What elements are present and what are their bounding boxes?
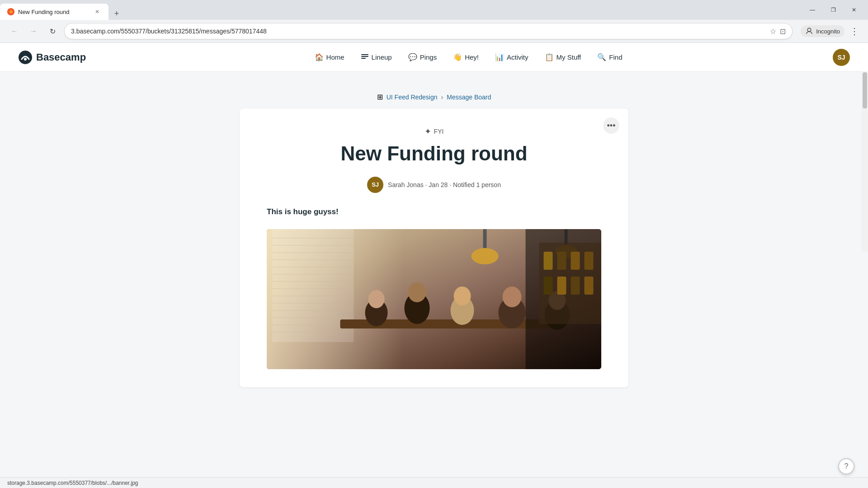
activity-icon: 📊 (495, 53, 504, 61)
bookmark-icon[interactable]: ☆ (770, 27, 776, 36)
nav-find-label: Find (609, 53, 622, 61)
back-button[interactable]: ← (7, 24, 22, 38)
tab-close-button[interactable]: ✕ (93, 8, 101, 16)
status-bar: storage.3.basecamp.com/5550377/blobs/...… (0, 477, 868, 488)
home-icon: 🏠 (315, 53, 324, 61)
fyi-icon: ✦ (425, 127, 431, 136)
nav-home-label: Home (326, 53, 344, 61)
tab-title: New Funding round (18, 9, 90, 15)
project-grid-icon: ⊞ (377, 93, 383, 101)
message-body: This is huge guyss! (267, 207, 601, 216)
svg-point-29 (368, 290, 385, 308)
scrollbar-thumb[interactable] (863, 72, 867, 108)
basecamp-logo-icon (18, 50, 33, 65)
nav-hey-label: Hey! (465, 53, 479, 61)
svg-point-2 (24, 58, 27, 61)
notification-text: Notified 1 person (453, 181, 501, 188)
app-navigation: Basecamp 🏠 Home Lineup 💬 Pings 👋 Hey! 📊 … (0, 43, 868, 72)
nav-home[interactable]: 🏠 Home (307, 49, 352, 65)
basecamp-logo-text: Basecamp (36, 52, 86, 63)
breadcrumb-separator: › (441, 94, 443, 101)
message-type-badge: ✦ FYI (267, 127, 601, 136)
basecamp-logo[interactable]: Basecamp (18, 50, 86, 65)
mystuff-icon: 📋 (545, 53, 554, 61)
svg-rect-47 (585, 277, 594, 295)
svg-rect-46 (571, 277, 580, 295)
status-url: storage.3.basecamp.com/5550377/blobs/...… (7, 480, 138, 486)
nav-lineup[interactable]: Lineup (354, 49, 399, 66)
svg-rect-4 (361, 56, 368, 57)
more-dots-icon: ••• (607, 121, 616, 131)
maximize-button[interactable]: ❐ (823, 0, 844, 20)
svg-point-23 (472, 248, 499, 264)
lineup-icon (361, 52, 369, 62)
message-title: New Funding round (267, 142, 601, 166)
svg-point-35 (503, 286, 522, 307)
svg-point-33 (454, 286, 471, 305)
browser-tab[interactable]: ✦ New Funding round ✕ (0, 4, 108, 20)
profile-area: Incognito ⋮ (801, 24, 861, 38)
browser-menu-button[interactable]: ⋮ (848, 24, 861, 38)
nav-mystuff-label: My Stuff (557, 53, 581, 61)
help-icon: ? (844, 462, 849, 470)
category-label: FYI (434, 128, 444, 135)
incognito-icon (805, 27, 813, 35)
svg-point-1 (19, 51, 32, 64)
page-content: ⊞ UI Feed Redesign › Message Board ••• ✦… (0, 72, 868, 488)
pings-icon: 💬 (408, 53, 417, 61)
nav-links: 🏠 Home Lineup 💬 Pings 👋 Hey! 📊 Activity … (104, 49, 833, 66)
find-icon: 🔍 (597, 53, 606, 61)
hey-icon: 👋 (453, 53, 462, 61)
svg-rect-42 (571, 252, 580, 270)
svg-rect-3 (361, 54, 368, 55)
incognito-label: Incognito (816, 28, 840, 35)
svg-point-31 (408, 282, 426, 302)
article-date: Jan 28 (429, 181, 448, 188)
breadcrumb: ⊞ UI Feed Redesign › Message Board (240, 85, 628, 108)
incognito-badge[interactable]: Incognito (801, 25, 844, 37)
svg-rect-44 (544, 277, 553, 295)
svg-rect-41 (557, 252, 566, 270)
svg-rect-5 (361, 58, 366, 59)
author-separator-2: · (449, 181, 453, 188)
nav-activity[interactable]: 📊 Activity (488, 49, 536, 65)
tab-favicon: ✦ (7, 8, 14, 15)
new-tab-button[interactable]: + (110, 7, 123, 20)
content-wrapper: ⊞ UI Feed Redesign › Message Board ••• ✦… (231, 72, 637, 401)
address-bar[interactable]: 3.basecamp.com/5550377/buckets/31325815/… (64, 23, 793, 39)
sidebar-icon[interactable]: ⊡ (780, 27, 786, 36)
forward-button[interactable]: → (26, 24, 41, 38)
breadcrumb-project-link[interactable]: UI Feed Redesign (387, 94, 438, 101)
nav-mystuff[interactable]: 📋 My Stuff (538, 49, 589, 65)
banner-image (267, 229, 601, 369)
more-options-button[interactable]: ••• (603, 117, 619, 134)
minimize-button[interactable]: — (802, 0, 823, 20)
url-text: 3.basecamp.com/5550377/buckets/31325815/… (71, 28, 766, 35)
help-button[interactable]: ? (838, 458, 854, 474)
nav-pings-label: Pings (420, 53, 437, 61)
breadcrumb-board-link[interactable]: Message Board (447, 94, 491, 101)
user-avatar[interactable]: SJ (833, 49, 850, 66)
nav-find[interactable]: 🔍 Find (590, 49, 629, 65)
nav-pings[interactable]: 💬 Pings (401, 49, 444, 65)
svg-rect-24 (483, 229, 487, 248)
reload-button[interactable]: ↻ (45, 24, 60, 38)
banner-scene (267, 229, 601, 369)
svg-rect-45 (557, 277, 566, 295)
close-button[interactable]: ✕ (844, 0, 864, 20)
nav-lineup-label: Lineup (372, 53, 392, 61)
svg-rect-43 (585, 252, 594, 270)
author-name: Sarah Jonas (388, 181, 424, 188)
banner-svg (267, 229, 601, 369)
article: ••• ✦ FYI New Funding round SJ Sarah Jon… (240, 108, 628, 387)
author-info: Sarah Jonas · Jan 28 · Notified 1 person (388, 181, 501, 188)
nav-hey[interactable]: 👋 Hey! (446, 49, 486, 65)
svg-rect-40 (544, 252, 553, 270)
author-line: SJ Sarah Jonas · Jan 28 · Notified 1 per… (267, 177, 601, 193)
scrollbar-track[interactable] (862, 71, 868, 252)
svg-point-0 (807, 28, 811, 32)
nav-activity-label: Activity (507, 53, 528, 61)
author-avatar: SJ (367, 177, 383, 193)
tab-star: ✦ (9, 9, 13, 15)
